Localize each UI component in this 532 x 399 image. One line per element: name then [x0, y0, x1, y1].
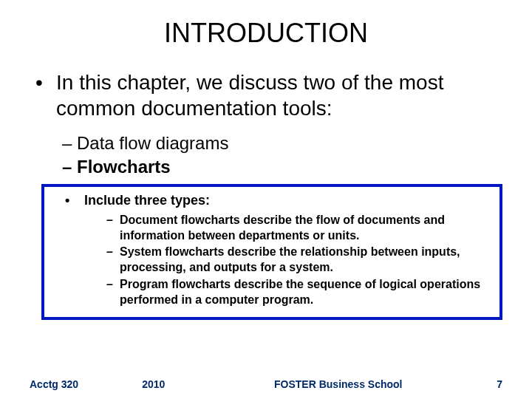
footer: Acctg 320 2010 FOSTER Business School 7: [0, 378, 532, 390]
footer-course: Acctg 320: [30, 378, 78, 390]
footer-year: 2010: [142, 378, 165, 390]
box-list: Document flowcharts describe the flow of…: [106, 213, 485, 308]
slide-title: INTRODUCTION: [21, 18, 511, 49]
term: System flowcharts: [120, 245, 224, 258]
footer-school: FOSTER Business School: [209, 378, 467, 390]
lead-bullet: In this chapter, we discuss two of the m…: [35, 69, 504, 121]
box-heading: Include three types:: [65, 193, 489, 208]
footer-page: 7: [497, 378, 502, 390]
list-item: Program flowcharts describe the sequence…: [106, 277, 485, 308]
slide: INTRODUCTION In this chapter, we discuss…: [0, 0, 532, 399]
list-item: Data flow diagrams: [62, 132, 511, 155]
list-item: System flowcharts describe the relations…: [106, 245, 485, 276]
list-item: Document flowcharts describe the flow of…: [106, 213, 485, 244]
term: Document flowcharts: [120, 214, 240, 226]
flowchart-types-box: Include three types: Document flowcharts…: [41, 184, 502, 320]
list-item: Flowcharts: [62, 155, 511, 179]
tools-list: Data flow diagrams Flowcharts: [62, 132, 511, 180]
term: Program flowcharts: [120, 278, 231, 290]
